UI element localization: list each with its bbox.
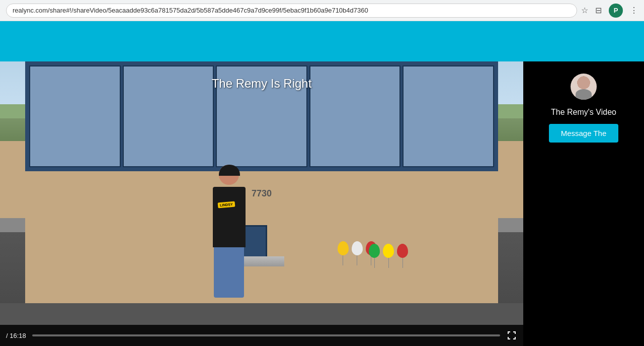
window-pane xyxy=(123,65,214,167)
balloon xyxy=(338,241,349,255)
agent-name: The Remy's Video xyxy=(551,108,616,117)
time-display: / 16:18 xyxy=(6,332,26,339)
person-badge: LINDSY xyxy=(217,201,235,209)
balloon-group xyxy=(397,244,408,268)
video-frame: 7730 xyxy=(0,61,523,346)
balloon-string xyxy=(374,258,375,268)
window-pane xyxy=(309,65,401,167)
balloon xyxy=(352,241,363,255)
profile-avatar[interactable]: P xyxy=(609,4,623,18)
window-pane xyxy=(29,65,121,167)
balloon-group xyxy=(352,241,363,265)
balloon-string xyxy=(403,258,403,268)
cast-icon[interactable]: ⊟ xyxy=(595,6,602,15)
video-section[interactable]: 7730 xyxy=(0,61,523,346)
menu-icon[interactable]: ⋮ xyxy=(630,6,638,15)
video-controls[interactable]: / 16:18 xyxy=(0,325,523,346)
avatar-body-shape xyxy=(576,89,591,100)
bookmark-icon[interactable]: ☆ xyxy=(581,6,588,15)
agent-avatar xyxy=(571,74,597,100)
person-figure: LINDSY xyxy=(199,165,259,306)
fullscreen-button[interactable] xyxy=(506,330,517,341)
site-header xyxy=(0,21,644,61)
message-button[interactable]: Message The xyxy=(549,124,619,143)
progress-bar[interactable] xyxy=(32,334,500,336)
balloon xyxy=(383,244,394,258)
balloon-group xyxy=(338,241,349,265)
avatar-letter: P xyxy=(614,7,618,14)
fullscreen-icon xyxy=(507,331,516,340)
avatar-image xyxy=(571,74,597,100)
agent-info: The Remy's Video Message The xyxy=(549,108,619,143)
balloon-string xyxy=(343,255,343,265)
url-text: realync.com/share#!/shareVideo/5eacaadde… xyxy=(13,7,368,14)
balloon xyxy=(397,244,408,258)
browser-icons: ☆ ⊟ P ⋮ xyxy=(581,4,638,18)
balloon-string xyxy=(388,258,389,268)
person-legs xyxy=(214,247,244,298)
main-content: 7730 xyxy=(0,61,644,346)
balloon-string xyxy=(357,255,357,265)
balloons-group-2 xyxy=(369,244,408,268)
address-bar[interactable]: realync.com/share#!/shareVideo/5eacaadde… xyxy=(6,4,577,18)
window-pane xyxy=(403,65,494,167)
browser-chrome: realync.com/share#!/shareVideo/5eacaadde… xyxy=(0,0,644,21)
person-head-area xyxy=(219,165,239,186)
building-facade: 7730 xyxy=(25,61,498,306)
balloon-group xyxy=(383,244,394,268)
time-current: / xyxy=(6,332,8,339)
video-title: The Remy Is Right xyxy=(212,77,312,91)
sidebar: The Remy's Video Message The xyxy=(523,61,644,346)
time-total: 16:18 xyxy=(10,332,26,339)
person-torso: LINDSY xyxy=(213,187,246,247)
person-hair xyxy=(219,165,240,176)
balloon xyxy=(369,244,380,258)
balloon-group xyxy=(369,244,380,268)
